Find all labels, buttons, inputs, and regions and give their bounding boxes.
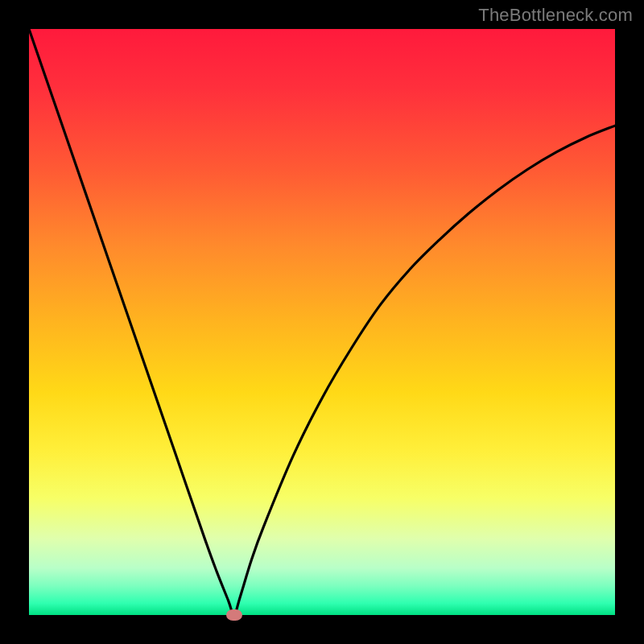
watermark-text: TheBottleneck.com [478, 5, 633, 26]
bottleneck-curve [29, 29, 615, 615]
plot-area [29, 29, 615, 615]
optimum-marker [226, 609, 242, 621]
chart-frame: TheBottleneck.com [0, 0, 644, 644]
